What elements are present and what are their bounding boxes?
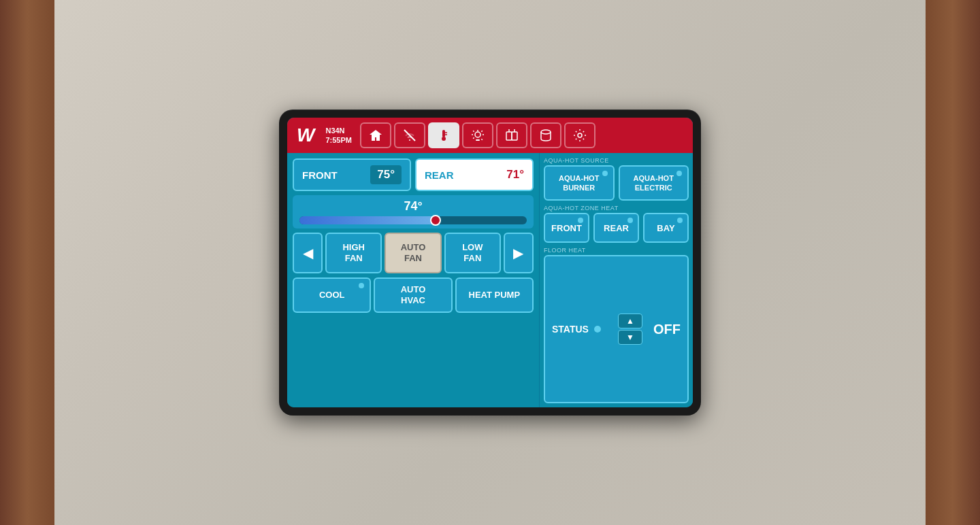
floor-heat-down[interactable]: ▼ (618, 330, 642, 345)
rear-zone-label: REAR (425, 169, 454, 181)
bay-heat-btn[interactable]: BAY (643, 213, 689, 243)
floor-heat-section: FLOOR HEAT STATUS ▲ ▼ OFF (544, 247, 689, 403)
source-btns: AQUA-HOTBURNER AQUA-HOTELECTRIC (544, 165, 689, 201)
high-fan-btn[interactable]: HIGHFAN (325, 233, 382, 273)
station-id: N34N (325, 126, 352, 135)
wall-background: W N34N 7:55PM (0, 0, 980, 525)
floor-heat-up[interactable]: ▲ (618, 314, 642, 328)
temp-slider-track[interactable] (299, 216, 527, 224)
rear-heat-btn[interactable]: REAR (593, 213, 639, 243)
right-aqua-panel: AQUA-HOT SOURCE AQUA-HOTBURNER AQUA-HOTE… (539, 153, 693, 407)
heat-pump-mode-btn[interactable]: HEAT PUMP (455, 277, 534, 313)
front-zone-temp: 75° (370, 165, 402, 184)
nav-settings-btn[interactable] (564, 122, 595, 148)
prev-arrow-btn[interactable]: ◀ (293, 233, 323, 273)
floor-heat-label: FLOOR HEAT (544, 247, 689, 254)
touchscreen: W N34N 7:55PM (287, 118, 693, 407)
floor-heat-control: STATUS ▲ ▼ OFF (544, 255, 689, 403)
slider-fill (299, 216, 436, 224)
zone-heat-btns: FRONT REAR BAY (544, 213, 689, 243)
nav-light-btn[interactable] (462, 122, 493, 148)
auto-fan-btn[interactable]: AUTOFAN (385, 233, 441, 273)
electric-dot (676, 171, 682, 176)
main-content: FRONT 75° REAR 71° 74° (287, 153, 693, 407)
slider-thumb[interactable] (430, 215, 441, 226)
temp-slider-area: 74° (293, 195, 534, 228)
svg-point-12 (578, 133, 582, 137)
station-info: N34N 7:55PM (325, 126, 352, 146)
aqua-source-section: AQUA-HOT SOURCE AQUA-HOTBURNER AQUA-HOTE… (544, 157, 689, 201)
header-bar: W N34N 7:55PM (287, 118, 693, 153)
current-time: 7:55PM (325, 135, 352, 145)
low-fan-btn[interactable]: LOWFAN (444, 233, 501, 273)
svg-point-5 (475, 132, 480, 137)
svg-point-2 (442, 137, 446, 141)
nav-temp-btn[interactable] (428, 122, 459, 148)
rear-heat-dot (627, 218, 633, 223)
svg-point-11 (541, 130, 551, 134)
bay-heat-dot (677, 218, 683, 223)
rear-zone-temp: 71° (506, 168, 524, 182)
mode-row: COOL AUTOHVAC HEAT PUMP (293, 277, 534, 313)
floor-heat-value: OFF (653, 322, 681, 337)
brand-logo: W (291, 123, 320, 148)
svg-rect-6 (476, 139, 480, 141)
svg-rect-1 (442, 130, 445, 137)
floor-status-dot (594, 326, 601, 333)
set-temp-display: 74° (299, 199, 527, 214)
nav-home-btn[interactable] (360, 122, 391, 148)
front-zone-label: FRONT (302, 169, 338, 181)
nav-wifi-btn[interactable] (394, 122, 425, 148)
floor-status-label: STATUS (552, 324, 589, 335)
front-heat-btn[interactable]: FRONT (544, 213, 589, 243)
zone-row: FRONT 75° REAR 71° (293, 158, 534, 191)
auto-hvac-mode-btn[interactable]: AUTOHVAC (374, 277, 452, 313)
nav-power-btn[interactable] (496, 122, 527, 148)
nav-tank-btn[interactable] (530, 122, 561, 148)
aqua-burner-btn[interactable]: AQUA-HOTBURNER (544, 165, 615, 201)
front-heat-dot (578, 218, 583, 223)
left-hvac-panel: FRONT 75° REAR 71° 74° (287, 153, 539, 407)
aqua-source-label: AQUA-HOT SOURCE (544, 157, 689, 164)
svg-rect-8 (512, 132, 517, 140)
floor-heat-stepper[interactable]: ▲ ▼ (618, 314, 642, 345)
cool-dot (359, 283, 364, 288)
rear-zone-btn[interactable]: REAR 71° (415, 158, 534, 191)
zone-heat-label: AQUA-HOT ZONE HEAT (544, 205, 689, 211)
burner-dot (602, 171, 608, 176)
aqua-electric-btn[interactable]: AQUA-HOTELECTRIC (619, 165, 689, 201)
thermostat-device: W N34N 7:55PM (279, 109, 701, 416)
aqua-zone-heat-section: AQUA-HOT ZONE HEAT FRONT REAR (544, 205, 689, 243)
svg-rect-7 (506, 132, 512, 140)
cool-mode-btn[interactable]: COOL (293, 277, 371, 313)
next-arrow-btn[interactable]: ▶ (504, 233, 534, 273)
front-zone-btn[interactable]: FRONT 75° (293, 158, 411, 191)
fan-row: ◀ HIGHFAN AUTOFAN LOWFAN ▶ (293, 233, 534, 273)
